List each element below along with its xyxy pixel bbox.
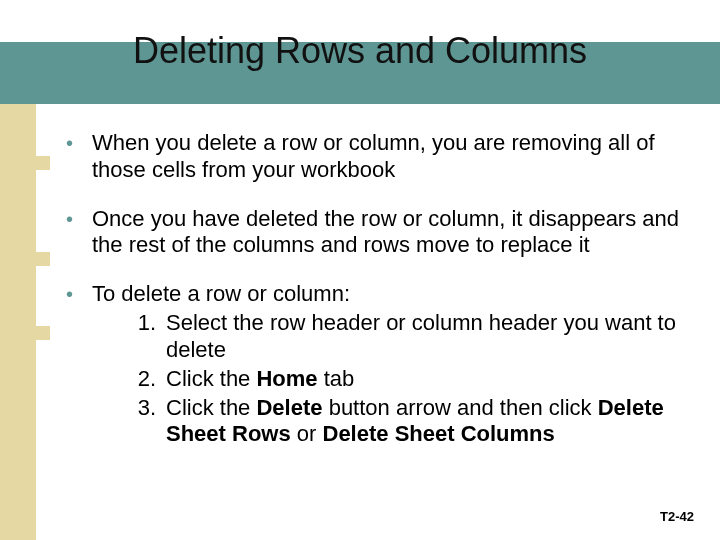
bullet-dot-icon: • bbox=[66, 206, 92, 260]
step-number: 3. bbox=[132, 395, 166, 449]
bullet-item: • When you delete a row or column, you a… bbox=[66, 130, 686, 184]
t: or bbox=[291, 421, 323, 446]
bullet-dot-icon: • bbox=[66, 130, 92, 184]
t: Click the bbox=[166, 366, 256, 391]
bullet-item: • Once you have deleted the row or colum… bbox=[66, 206, 686, 260]
step-text: Select the row header or column header y… bbox=[166, 310, 686, 364]
t-bold: Delete bbox=[256, 395, 322, 420]
numbered-list: 1. Select the row header or column heade… bbox=[92, 310, 686, 448]
step-text: Click the Delete button arrow and then c… bbox=[166, 395, 686, 449]
bullet-text: Once you have deleted the row or column,… bbox=[92, 206, 686, 260]
bullet-dot-icon: • bbox=[66, 281, 92, 450]
sidebar-notch bbox=[36, 156, 50, 170]
t: button arrow and then click bbox=[323, 395, 598, 420]
content-area: • When you delete a row or column, you a… bbox=[66, 130, 686, 450]
list-step: 3. Click the Delete button arrow and the… bbox=[132, 395, 686, 449]
bullet-text: To delete a row or column: 1. Select the… bbox=[92, 281, 686, 450]
sidebar-accent bbox=[0, 104, 36, 540]
slide: Deleting Rows and Columns • When you del… bbox=[0, 0, 720, 540]
step-text: Click the Home tab bbox=[166, 366, 686, 393]
bullet-lead: To delete a row or column: bbox=[92, 281, 350, 306]
t-bold: Home bbox=[256, 366, 317, 391]
step-number: 2. bbox=[132, 366, 166, 393]
sidebar-notch bbox=[36, 326, 50, 340]
t: tab bbox=[318, 366, 355, 391]
bullet-text: When you delete a row or column, you are… bbox=[92, 130, 686, 184]
t-bold: Delete Sheet Columns bbox=[323, 421, 555, 446]
list-step: 1. Select the row header or column heade… bbox=[132, 310, 686, 364]
t: Click the bbox=[166, 395, 256, 420]
list-step: 2. Click the Home tab bbox=[132, 366, 686, 393]
slide-number: T2-42 bbox=[660, 509, 694, 524]
sidebar-notch bbox=[36, 252, 50, 266]
bullet-item: • To delete a row or column: 1. Select t… bbox=[66, 281, 686, 450]
step-number: 1. bbox=[132, 310, 166, 364]
slide-title: Deleting Rows and Columns bbox=[0, 30, 720, 72]
